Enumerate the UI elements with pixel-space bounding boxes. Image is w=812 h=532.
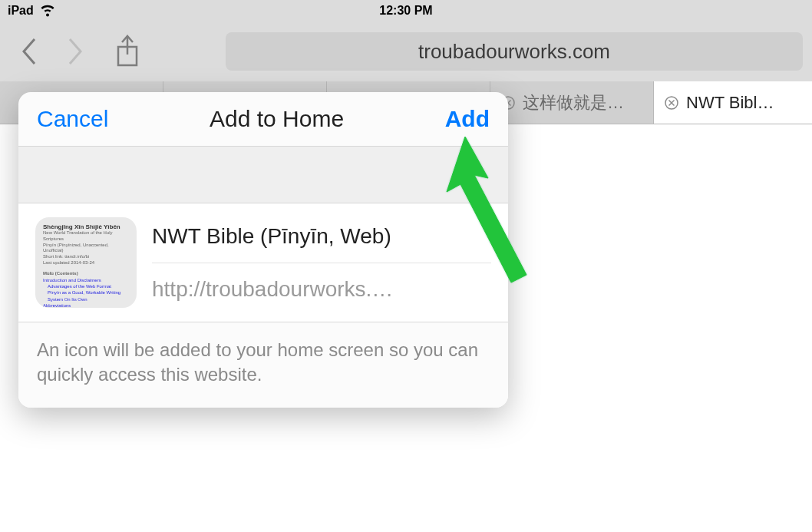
popover-header: Cancel Add to Home Add: [18, 92, 508, 147]
tab-label: NWT Bibl…: [686, 93, 774, 113]
bookmark-row: Shèngjīng Xīn Shìjiè Yìběn New World Tra…: [18, 203, 508, 322]
address-text: troubadourworks.com: [418, 40, 610, 64]
clock: 12:30 PM: [379, 4, 432, 18]
back-button[interactable]: [9, 31, 49, 71]
site-thumbnail: Shèngjīng Xīn Shìjiè Yìběn New World Tra…: [35, 217, 137, 308]
popover-title: Add to Home: [210, 106, 344, 132]
bookmark-title-input[interactable]: NWT Bible (Pīnyīn, Web): [152, 218, 491, 263]
thumb-link: Introduction and Disclaimers: [43, 277, 129, 283]
thumb-link: Abbreviations: [43, 302, 129, 308]
device-label: iPad: [8, 4, 34, 18]
cancel-button[interactable]: Cancel: [37, 106, 108, 132]
thumb-line: Short link: tiandi.info/bi: [43, 254, 129, 260]
close-icon[interactable]: [665, 96, 678, 110]
thumb-link: Pīnyīn as a Good, Workable Writing Syste…: [43, 289, 129, 302]
tab-3[interactable]: 这样做就是…: [490, 81, 654, 124]
thumb-line: New World Translation of the Holy Script…: [43, 230, 129, 243]
tab-label: 这样做就是…: [523, 91, 624, 114]
add-to-home-popover: Cancel Add to Home Add Shèngjīng Xīn Shì…: [18, 92, 508, 408]
thumb-line: Last updated 2014-03-24: [43, 260, 129, 266]
thumb-link: Advantages of the Web Format: [43, 283, 129, 289]
status-left: iPad: [8, 4, 55, 18]
browser-toolbar: troubadourworks.com: [0, 21, 812, 81]
tab-4[interactable]: NWT Bibl…: [654, 81, 812, 124]
bookmark-fields: NWT Bible (Pīnyīn, Web) http://troubadou…: [152, 217, 491, 308]
add-button[interactable]: Add: [445, 106, 490, 132]
forward-button[interactable]: [55, 31, 95, 71]
popover-footer-text: An icon will be added to your home scree…: [18, 322, 508, 408]
thumb-line: Pīnyīn (Pīnyīnized, Unaccented, Unoffici…: [43, 243, 129, 255]
share-button[interactable]: [104, 28, 150, 74]
popover-spacer: [18, 147, 508, 203]
thumb-title: Shèngjīng Xīn Shìjiè Yìběn: [43, 223, 129, 230]
bookmark-url: http://troubadourworks.…: [152, 263, 491, 308]
status-bar: iPad 12:30 PM: [0, 0, 812, 21]
wifi-icon: [40, 5, 55, 17]
address-bar[interactable]: troubadourworks.com: [226, 32, 803, 71]
thumb-heading: Mùlù (Contents): [43, 271, 129, 277]
